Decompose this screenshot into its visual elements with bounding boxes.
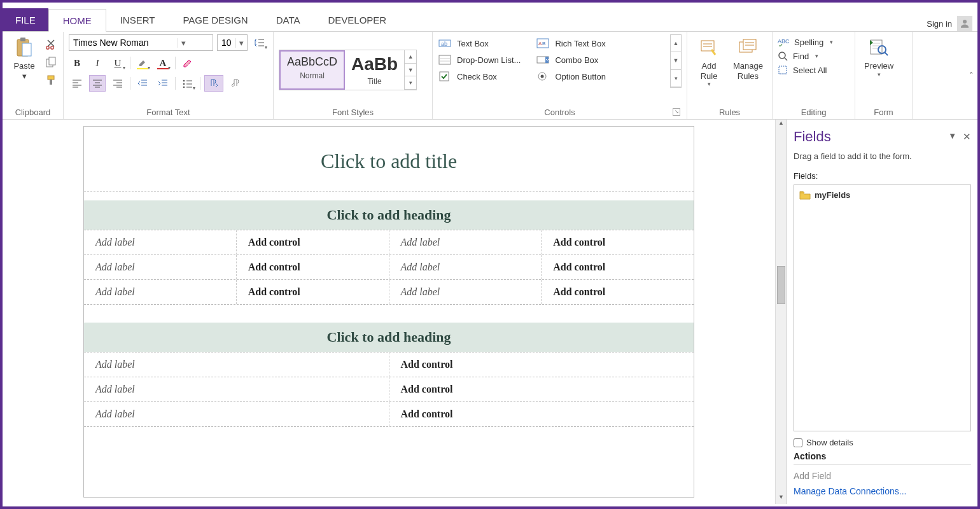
vertical-scrollbar[interactable]: ▲ ▼ [775,120,787,504]
svg-point-28 [779,52,785,59]
tab-data[interactable]: DATA [262,8,314,31]
svg-rect-15 [439,55,451,64]
tab-home[interactable]: HOME [48,9,106,32]
align-center-button[interactable] [89,75,106,92]
table-row[interactable]: Add label Add control [84,377,694,401]
collapse-ribbon-icon[interactable]: ˄ [965,71,977,80]
font-size-dropdown-icon[interactable]: ▾ [235,38,247,48]
task-pane-hint: Drag a field to add it to the form. [794,151,971,161]
fields-label: Fields: [794,171,971,181]
add-field-link: Add Field [794,468,971,484]
style-gallery[interactable]: AaBbCcD Normal AaBb Title ▲ ▼ ▾ [279,50,417,90]
fields-tree[interactable]: myFields [794,185,971,431]
group-font-styles-label: Font Styles [279,106,427,118]
rich-text-box-icon: AB [536,37,550,50]
preview-label: Preview [864,61,893,71]
format-painter-icon[interactable] [45,74,57,87]
gallery-down-icon[interactable]: ▼ [405,64,416,77]
tab-developer[interactable]: DEVELOPER [314,8,400,31]
table-row[interactable]: Add label Add control [84,352,694,377]
controls-up-icon[interactable]: ▲ [671,35,681,52]
table-row[interactable]: Add label Add control [84,401,694,427]
font-name-dropdown-icon[interactable]: ▾ [178,38,189,48]
underline-button[interactable]: U▾ [109,55,126,71]
controls-dialog-launcher[interactable]: ↘ [673,108,680,116]
svg-point-12 [183,87,185,88]
tree-root-myfields[interactable]: myFields [799,190,965,200]
file-tab[interactable]: FILE [3,8,48,31]
scroll-up-icon[interactable]: ▲ [776,120,787,130]
find-icon [778,51,789,61]
user-avatar-icon[interactable] [957,16,972,31]
svg-point-10 [183,80,185,82]
control-rich-text-box[interactable]: ABRich Text Box [536,37,606,50]
control-option-button[interactable]: Option Button [536,70,606,83]
increase-indent-button[interactable] [155,75,171,92]
preview-button[interactable]: Preview ▾ [860,34,897,80]
gallery-up-icon[interactable]: ▲ [405,50,416,64]
clear-formatting-button[interactable] [179,55,196,71]
svg-point-11 [183,83,185,85]
control-text-box[interactable]: abText Box [438,37,521,50]
table-row[interactable]: Add label Add control Add label Add cont… [84,230,694,254]
style-title[interactable]: AaBb Title [345,50,405,90]
form-canvas[interactable]: Click to add title Click to add heading … [83,126,694,498]
font-size-input[interactable] [218,38,235,48]
check-box-icon [438,70,452,83]
decrease-indent-button[interactable] [134,75,151,92]
control-check-box[interactable]: Check Box [438,70,521,83]
cut-icon[interactable] [45,38,57,51]
line-spacing-button[interactable]: ▾ [251,34,268,51]
group-form-label: Form [860,106,907,118]
manage-rules-button[interactable]: Manage Rules [729,34,767,83]
rtl-direction-button[interactable] [227,75,246,92]
scroll-down-icon[interactable]: ▼ [776,494,787,504]
svg-rect-2 [20,38,25,41]
align-left-button[interactable] [69,75,85,92]
bold-button[interactable]: B [69,55,85,71]
table-row[interactable]: Add label Add control Add label Add cont… [84,254,694,279]
group-controls-label: Controls↘ [438,106,682,118]
controls-down-icon[interactable]: ▼ [671,52,681,69]
tab-page-design[interactable]: PAGE DESIGN [169,8,262,31]
paste-button[interactable]: Paste▾ [8,34,41,83]
ltr-direction-button[interactable] [204,75,223,92]
controls-more-icon[interactable]: ▾ [671,70,681,87]
control-combo-box[interactable]: Combo Box [536,53,606,66]
font-size-combo[interactable]: ▾ [217,34,248,51]
style-normal[interactable]: AaBbCcD Normal [279,50,345,90]
task-pane-close-icon[interactable]: ✕ [963,131,971,143]
copy-icon[interactable] [45,56,57,69]
svg-rect-9 [50,80,52,85]
title-placeholder[interactable]: Click to add title [84,127,694,191]
section1-heading[interactable]: Click to add heading [84,200,694,230]
control-dropdown-list[interactable]: Drop-Down List... [438,53,521,66]
align-right-button[interactable] [109,75,126,92]
spelling-button[interactable]: ABCSpelling▾ [778,37,833,47]
actions-heading: Actions [794,451,971,464]
manage-rules-icon [737,37,759,59]
text-box-icon: ab [438,37,452,50]
section2-heading[interactable]: Click to add heading [84,323,694,352]
sign-in-link[interactable]: Sign in [927,19,952,29]
select-all-button[interactable]: Select All [778,65,833,75]
add-rule-button[interactable]: Add Rule ▾ [692,34,725,90]
dropdown-list-icon [438,53,452,66]
tab-insert[interactable]: INSERT [106,8,169,31]
svg-text:ab: ab [441,41,447,47]
highlight-button[interactable]: ▾ [134,55,151,71]
task-pane-menu-icon[interactable]: ▼ [948,131,956,143]
font-name-input[interactable] [69,38,178,48]
scroll-thumb[interactable] [777,266,785,304]
manage-data-connections-link[interactable]: Manage Data Connections... [794,484,971,499]
table-row[interactable]: Add label Add control Add label Add cont… [84,279,694,305]
group-format-text-label: Format Text [69,106,268,118]
bullet-list-button[interactable]: ▾ [179,75,196,92]
gallery-more-icon[interactable]: ▾ [405,76,416,90]
font-color-button[interactable]: A▾ [155,55,171,71]
show-details-input[interactable] [794,438,802,447]
find-button[interactable]: Find▾ [778,51,833,61]
italic-button[interactable]: I [89,55,106,71]
show-details-checkbox[interactable]: Show details [794,438,971,447]
font-name-combo[interactable]: ▾ [69,34,213,51]
